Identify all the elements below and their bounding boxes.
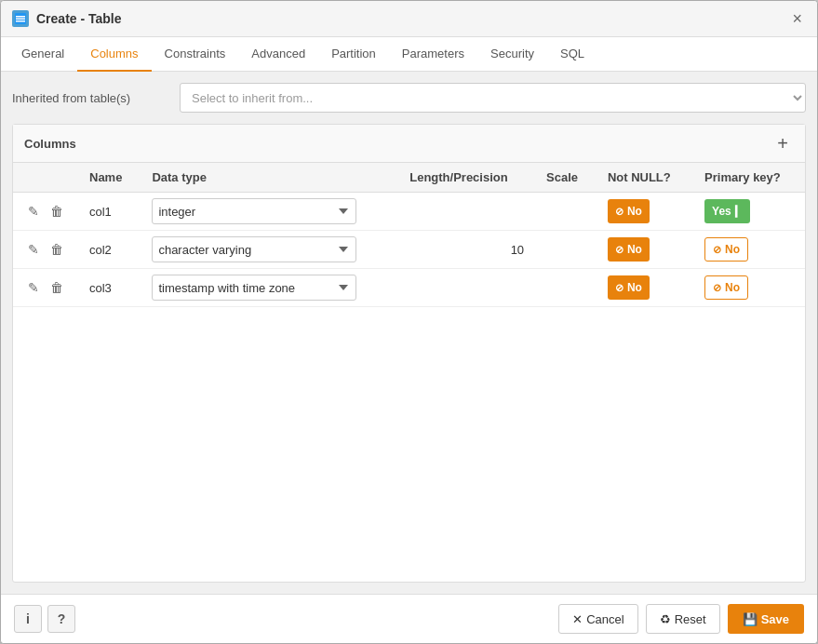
tab-parameters[interactable]: Parameters — [389, 37, 477, 72]
col-notnull-header: Not NULL? — [597, 163, 693, 193]
inherit-select[interactable]: Select to inherit from... — [180, 83, 806, 113]
row3-scale — [535, 269, 597, 307]
row3-primarykey-toggle[interactable]: ⊘ No — [704, 275, 748, 300]
row3-datatype: integer character varying timestamp with… — [141, 269, 398, 307]
add-column-button[interactable]: + — [771, 132, 794, 154]
col-primarykey-header: Primary key? — [693, 163, 805, 193]
cancel-button[interactable]: ✕ Cancel — [558, 604, 637, 634]
table-header-row: Name Data type Length/Precision Scale No… — [13, 163, 805, 193]
row2-primarykey-toggle[interactable]: ⊘ No — [704, 237, 748, 262]
row1-name: col1 — [78, 193, 141, 231]
tab-advanced[interactable]: Advanced — [238, 37, 318, 72]
toggle-icon: ⊘ — [615, 244, 624, 256]
reset-button[interactable]: ♻ Reset — [646, 604, 720, 634]
row2-name: col2 — [78, 231, 141, 269]
table-row: ✎ 🗑 col3 integer character varying times… — [13, 269, 805, 307]
columns-table-container: Name Data type Length/Precision Scale No… — [13, 163, 805, 582]
row3-actions: ✎ 🗑 — [13, 269, 78, 307]
row1-actions: ✎ 🗑 — [13, 193, 78, 231]
row2-length: 10 — [398, 231, 535, 269]
col-name-header: Name — [78, 163, 141, 193]
row2-datatype-select[interactable]: integer character varying timestamp with… — [152, 236, 356, 262]
row2-datatype: integer character varying timestamp with… — [141, 231, 398, 269]
row3-primarykey: ⊘ No — [693, 269, 805, 307]
row1-notnull: ⊘ No — [597, 193, 693, 231]
help-button[interactable]: ? — [47, 605, 75, 633]
row2-scale — [535, 231, 597, 269]
close-button[interactable]: × — [788, 8, 806, 29]
dialog-icon — [12, 10, 29, 27]
title-bar: Create - Table × — [1, 1, 817, 37]
save-icon: 💾 — [743, 612, 758, 626]
info-button[interactable]: i — [14, 605, 42, 633]
reset-label: Reset — [675, 612, 706, 626]
row3-length — [398, 269, 535, 307]
content-area: Inherited from table(s) Select to inheri… — [1, 72, 817, 594]
toggle-icon: ⊘ — [713, 282, 721, 294]
footer: i ? ✕ Cancel ♻ Reset 💾 Save — [1, 594, 817, 643]
row1-edit-button[interactable]: ✎ — [24, 202, 43, 221]
row1-primarykey: Yes ▎ — [693, 193, 805, 231]
columns-title: Columns — [24, 137, 76, 151]
row2-notnull-toggle[interactable]: ⊘ No — [608, 237, 650, 262]
tab-bar: General Columns Constraints Advanced Par… — [1, 37, 817, 72]
columns-header: Columns + — [13, 125, 805, 163]
row1-datatype-select[interactable]: integer character varying timestamp with… — [152, 198, 356, 224]
col-datatype-header: Data type — [141, 163, 398, 193]
row3-delete-button[interactable]: 🗑 — [47, 278, 67, 297]
row2-delete-button[interactable]: 🗑 — [47, 240, 67, 259]
row1-delete-button[interactable]: 🗑 — [47, 202, 67, 221]
tab-sql[interactable]: SQL — [547, 37, 597, 72]
toggle-icon: ⊘ — [615, 282, 624, 294]
row1-notnull-toggle[interactable]: ⊘ No — [608, 199, 650, 223]
reset-icon: ♻ — [660, 612, 671, 626]
row3-name: col3 — [78, 269, 141, 307]
save-label: Save — [761, 612, 789, 626]
row2-actions: ✎ 🗑 — [13, 231, 78, 269]
row3-notnull: ⊘ No — [597, 269, 693, 307]
svg-rect-2 — [16, 19, 25, 20]
svg-rect-1 — [16, 16, 25, 18]
row1-primarykey-toggle[interactable]: Yes ▎ — [704, 199, 750, 223]
row3-datatype-select[interactable]: integer character varying timestamp with… — [152, 275, 356, 301]
save-button[interactable]: 💾 Save — [728, 604, 804, 634]
columns-section: Columns + Name Data type Length/Precisio… — [12, 124, 806, 583]
row2-edit-button[interactable]: ✎ — [24, 240, 43, 259]
row1-scale — [535, 193, 597, 231]
row2-primarykey: ⊘ No — [693, 231, 805, 269]
cancel-label: Cancel — [586, 612, 624, 626]
columns-table: Name Data type Length/Precision Scale No… — [13, 163, 805, 307]
inherit-label: Inherited from table(s) — [12, 91, 180, 105]
toggle-icon: ⊘ — [713, 244, 721, 256]
cancel-icon: ✕ — [572, 612, 583, 626]
row1-length — [398, 193, 535, 231]
tab-partition[interactable]: Partition — [318, 37, 389, 72]
tab-columns[interactable]: Columns — [77, 37, 151, 72]
svg-rect-3 — [16, 20, 25, 22]
toggle-icon: ▎ — [735, 206, 743, 218]
row1-datatype: integer character varying timestamp with… — [141, 193, 398, 231]
toggle-icon: ⊘ — [615, 206, 624, 218]
row2-notnull: ⊘ No — [597, 231, 693, 269]
col-length-header: Length/Precision — [398, 163, 535, 193]
row3-edit-button[interactable]: ✎ — [24, 278, 43, 297]
inherit-row: Inherited from table(s) Select to inheri… — [12, 83, 806, 113]
footer-right: ✕ Cancel ♻ Reset 💾 Save — [558, 604, 804, 634]
tab-security[interactable]: Security — [477, 37, 547, 72]
row3-notnull-toggle[interactable]: ⊘ No — [608, 275, 650, 300]
col-scale-header: Scale — [535, 163, 597, 193]
tab-general[interactable]: General — [8, 37, 77, 72]
table-row: ✎ 🗑 col1 integer character varying times… — [13, 193, 805, 231]
table-row: ✎ 🗑 col2 integer character varying times… — [13, 231, 805, 269]
create-table-dialog: Create - Table × General Columns Constra… — [0, 0, 818, 644]
col-actions-header — [13, 163, 78, 193]
tab-constraints[interactable]: Constraints — [152, 37, 239, 72]
dialog-title: Create - Table — [36, 11, 788, 26]
footer-left: i ? — [14, 605, 551, 633]
